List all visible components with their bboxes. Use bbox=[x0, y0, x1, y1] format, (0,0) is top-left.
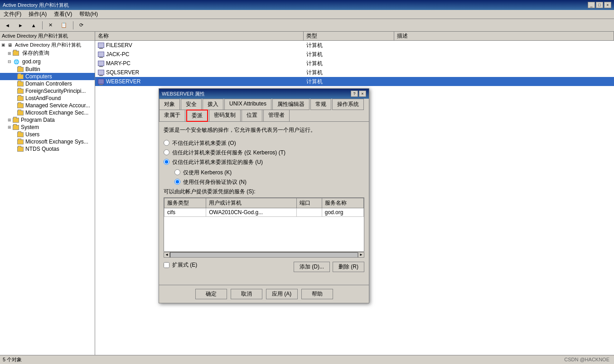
tree-item-laf[interactable]: LostAndFound bbox=[0, 95, 95, 102]
table-row[interactable]: WEBSERVER 计算机 bbox=[95, 77, 614, 86]
tree-item-fsp[interactable]: ForeignSecurityPrincipi... bbox=[0, 87, 95, 95]
status-text: 5 个对象 bbox=[3, 356, 22, 363]
radio-any-auth: 使用任何身份验证协议 (N) bbox=[174, 178, 364, 186]
delegation-radio-group: 不信任此计算机来委派 (O) 信任此计算机来委派任何服务 (仅 Kerberos… bbox=[164, 139, 364, 166]
service-row[interactable]: cifs OWA2010CN-God.g... god.org bbox=[164, 208, 364, 216]
tree-item-saved-queries[interactable]: ⊞ 保存的查询 bbox=[0, 49, 95, 57]
cell-desc bbox=[394, 81, 614, 82]
folder-icon-dc bbox=[17, 81, 24, 86]
col-header-desc[interactable]: 描述 bbox=[394, 32, 614, 40]
tab-delegation[interactable]: 委派 bbox=[186, 110, 208, 122]
computer-icon bbox=[98, 43, 104, 48]
cell-port bbox=[296, 208, 322, 216]
tree-item-mexsys[interactable]: Microsoft Exchange Sys... bbox=[0, 138, 95, 145]
delegation-tab-content: 委派是一个安全敏感的操作，它允许服务代表另一个用户运行。 不信任此计算机来委派 … bbox=[159, 122, 369, 285]
computer-icon bbox=[98, 79, 104, 84]
scroll-track[interactable] bbox=[170, 252, 358, 258]
tree-item-system[interactable]: ⊞ System bbox=[0, 124, 95, 131]
tab-member-of[interactable]: 隶属于 bbox=[159, 110, 185, 122]
col-header-type[interactable]: 类型 bbox=[304, 32, 394, 40]
radio-any-auth-input[interactable] bbox=[174, 179, 180, 185]
apply-btn[interactable]: 应用 (A) bbox=[266, 289, 298, 299]
tree-item-mes[interactable]: Microsoft Exchange Sec... bbox=[0, 109, 95, 116]
services-label: 可以由此帐户提供委派凭据的服务 (S): bbox=[164, 188, 364, 196]
radio-kerberos-only-input[interactable] bbox=[174, 169, 180, 175]
computer-icon bbox=[98, 70, 104, 75]
window-title: Active Directory 用户和计算机 bbox=[3, 2, 69, 9]
menu-view[interactable]: 查看(V) bbox=[52, 10, 74, 18]
tree-item-ntds[interactable]: NTDS Quotas bbox=[0, 145, 95, 153]
table-row[interactable]: FILESERV 计算机 bbox=[95, 41, 614, 50]
help-footer-btn[interactable]: 帮助 bbox=[301, 289, 333, 299]
expand-system: ⊞ bbox=[6, 125, 13, 129]
toolbar-sep-1 bbox=[42, 21, 43, 29]
folder-icon-builtin bbox=[17, 67, 24, 72]
tree-item-root[interactable]: ▣ 🖥 Active Directory 用户和计算机 bbox=[0, 41, 95, 49]
watermark: CSDN @HACKNOE bbox=[564, 357, 609, 362]
radio-any-kerberos-input[interactable] bbox=[164, 149, 169, 155]
dialog-help-btn[interactable]: ? bbox=[351, 91, 358, 97]
list-header: 名称 类型 描述 bbox=[95, 32, 614, 41]
expand-label: 扩展式 (E) bbox=[172, 261, 197, 269]
tab-managed-by[interactable]: 管理者 bbox=[263, 110, 290, 122]
cell-name: FILESERV bbox=[95, 41, 304, 49]
col-port: 端口 bbox=[296, 198, 322, 208]
dialog-close-btn[interactable]: × bbox=[359, 91, 366, 97]
tab-general[interactable]: 常规 bbox=[310, 99, 331, 110]
tree-label-dc: Domain Controllers bbox=[25, 81, 72, 87]
cell-type: 计算机 bbox=[304, 41, 394, 50]
toolbar-up[interactable]: ▲ bbox=[28, 20, 39, 30]
radio-specific: 仅信任此计算机来委派指定的服务 (U) bbox=[164, 158, 364, 166]
tree-item-dc[interactable]: Domain Controllers bbox=[0, 80, 95, 87]
cell-name: WEBSERVER bbox=[95, 77, 304, 86]
ok-btn[interactable]: 确定 bbox=[195, 289, 227, 299]
close-btn[interactable]: × bbox=[604, 2, 611, 8]
toolbar-props[interactable]: 📋 bbox=[58, 20, 70, 30]
status-bar: 5 个对象 bbox=[0, 355, 614, 364]
menu-file[interactable]: 文件(F) bbox=[2, 10, 23, 18]
tab-os[interactable]: 操作系统 bbox=[332, 99, 364, 110]
tab-unix[interactable]: UNIX Attributes bbox=[224, 99, 271, 110]
tree-label-root: Active Directory 用户和计算机 bbox=[15, 42, 81, 48]
table-row[interactable]: SQLSERVER 计算机 bbox=[95, 68, 614, 77]
toolbar-delete[interactable]: ✕ bbox=[45, 20, 56, 30]
tree-item-msa[interactable]: Managed Service Accour... bbox=[0, 102, 95, 109]
tree-item-builtin[interactable]: Builtin bbox=[0, 66, 95, 73]
tab-pwd-replication[interactable]: 密码复制 bbox=[209, 110, 241, 122]
radio-specific-input[interactable] bbox=[164, 159, 169, 165]
menu-help[interactable]: 帮助(H) bbox=[77, 10, 100, 18]
expand-checkbox[interactable] bbox=[164, 262, 169, 268]
tree-item-pd[interactable]: ⊞ Program Data bbox=[0, 116, 95, 124]
tab-attr-editor[interactable]: 属性编辑器 bbox=[272, 99, 309, 110]
tab-object[interactable]: 对象 bbox=[159, 99, 180, 110]
menu-action[interactable]: 操作(A) bbox=[27, 10, 48, 18]
tree-item-computers[interactable]: Computers bbox=[0, 73, 95, 80]
toolbar-refresh[interactable]: ⟳ bbox=[76, 20, 87, 30]
tab-dialin[interactable]: 拨入 bbox=[203, 99, 223, 110]
remove-btn[interactable]: 删除 (R) bbox=[333, 262, 364, 272]
cell-type: 计算机 bbox=[304, 50, 394, 59]
tab-security[interactable]: 安全 bbox=[181, 99, 202, 110]
scroll-right-btn[interactable]: ► bbox=[358, 252, 364, 258]
col-header-name[interactable]: 名称 bbox=[95, 32, 304, 40]
scroll-left-btn[interactable]: ◄ bbox=[164, 252, 170, 258]
table-row[interactable]: MARY-PC 计算机 bbox=[95, 59, 614, 68]
maximize-btn[interactable]: □ bbox=[596, 2, 603, 8]
toolbar-back[interactable]: ◄ bbox=[2, 20, 13, 30]
expand-saved: ⊞ bbox=[6, 51, 13, 56]
toolbar-forward[interactable]: ► bbox=[15, 20, 26, 30]
minimize-btn[interactable]: _ bbox=[588, 2, 595, 8]
cancel-btn[interactable]: 取消 bbox=[231, 289, 262, 299]
tree-item-users[interactable]: Users bbox=[0, 131, 95, 138]
folder-icon-ntds bbox=[17, 147, 24, 152]
add-btn[interactable]: 添加 (D)... bbox=[294, 262, 330, 272]
tree-item-god-org[interactable]: ⊟ 🌐 god.org bbox=[0, 57, 95, 66]
expand-pd: ⊞ bbox=[6, 118, 13, 122]
tree-label-users: Users bbox=[25, 131, 39, 138]
toolbar: ◄ ► ▲ ✕ 📋 ⟳ bbox=[0, 19, 614, 32]
table-row[interactable]: JACK-PC 计算机 bbox=[95, 50, 614, 59]
tab-location[interactable]: 位置 bbox=[242, 110, 262, 122]
tree-label-ntds: NTDS Quotas bbox=[25, 146, 59, 152]
radio-none-input[interactable] bbox=[164, 140, 169, 146]
col-user-computer: 用户或计算机 bbox=[206, 198, 297, 208]
